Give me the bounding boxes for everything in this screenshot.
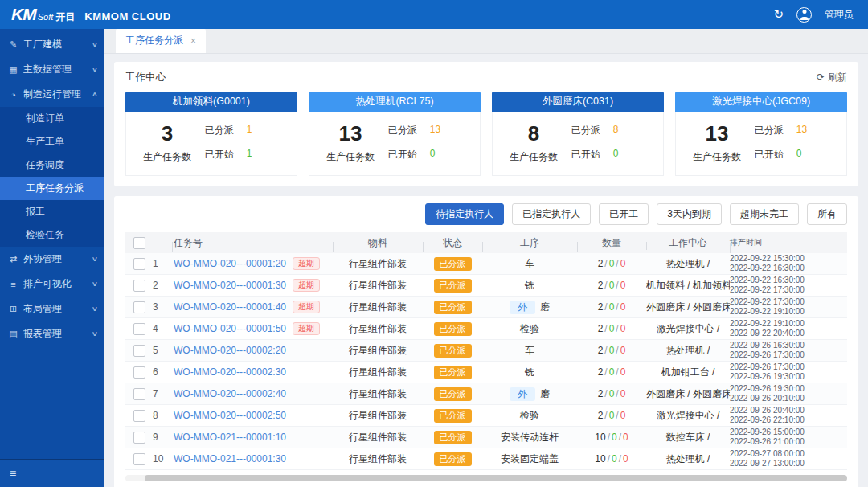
row-index: 3	[153, 301, 172, 313]
workcenter-cell: 激光焊接中心 /	[646, 322, 730, 336]
sidebar-item-inspection-task[interactable]: 检验任务	[0, 223, 104, 247]
task-no-link[interactable]: WO-MMO-020---00001:20	[174, 258, 286, 269]
sidebar-item-task-scheduling[interactable]: 任务调度	[0, 153, 104, 177]
schedule-end-time: 2022-09-26 17:30:00	[730, 350, 847, 361]
username[interactable]: 管理员	[825, 8, 854, 22]
task-count-value: 13	[679, 121, 755, 145]
brand-km: KM	[11, 5, 36, 24]
process-name: 安装固定端盖	[501, 453, 559, 464]
row-checkbox[interactable]	[133, 280, 145, 292]
schedule-time-cell: 2022-09-22 17:30:002022-09-22 19:10:00	[730, 297, 847, 317]
filter-button-all[interactable]: 所有	[807, 203, 847, 225]
sidebar-group-manufacturing-execution[interactable]: ◔制造运行管理∧	[0, 82, 104, 107]
sidebar-group-report-management[interactable]: ▤报表管理∨	[0, 321, 104, 346]
row-checkbox[interactable]	[133, 258, 145, 270]
row-select-cell	[125, 410, 153, 422]
row-index: 7	[153, 388, 172, 399]
qty-separator: /	[608, 453, 610, 464]
row-checkbox[interactable]	[133, 410, 145, 422]
qty-scrapped: 0	[620, 301, 626, 313]
sidebar-group-scheduling-visualization[interactable]: ≡排产可视化∨	[0, 272, 104, 297]
row-checkbox[interactable]	[133, 301, 145, 313]
qty-scrapped: 0	[620, 280, 626, 291]
sidebar-group-outsourcing[interactable]: ⇄外协管理∨	[0, 247, 104, 272]
row-checkbox[interactable]	[133, 432, 145, 444]
sidebar-group-label: 主数据管理	[23, 63, 88, 76]
table-row: 5WO-MMO-020---00002:20行星组件部装已分派车2/0/0热处理…	[125, 340, 847, 362]
task-no-link[interactable]: WO-MMO-020---00001:50	[174, 323, 286, 334]
filter-button-due-in-3-days[interactable]: 3天内到期	[657, 203, 722, 225]
workcenter-card-title[interactable]: 激光焊接中心(JGC09)	[675, 92, 847, 112]
task-no-link[interactable]: WO-MMO-020---00002:50	[174, 410, 286, 421]
close-icon[interactable]: ×	[190, 35, 196, 47]
row-checkbox[interactable]	[133, 345, 145, 357]
task-no-link[interactable]: WO-MMO-020---00002:30	[174, 366, 286, 378]
process-name: 磨	[540, 388, 550, 399]
schedule-start-time: 2022-09-26 15:00:00	[730, 428, 847, 438]
row-checkbox[interactable]	[133, 388, 145, 400]
row-checkbox[interactable]	[133, 366, 145, 379]
sidebar-item-process-task-dispatch[interactable]: 工序任务分派	[0, 177, 104, 200]
chevron-down-icon: ∨	[92, 41, 99, 48]
started-stat: 已开始0	[388, 148, 477, 162]
workcenter-card-title[interactable]: 外圆磨床(C031)	[492, 92, 664, 112]
quantity-cell: 10/0/0	[577, 453, 646, 464]
workcenter-card-title[interactable]: 机加领料(G0001)	[125, 92, 297, 112]
sidebar: ✎工厂建模∨▦主数据管理∨◔制造运行管理∧制造订单生产工单任务调度工序任务分派报…	[0, 29, 104, 487]
schedule-end-time: 2022-09-22 20:40:00	[730, 329, 847, 339]
card-JGC09: 激光焊接中心(JGC09)13生产任务数已分派13已开始0	[675, 92, 847, 176]
row-select-cell	[125, 301, 153, 313]
task-no-link[interactable]: WO-MMO-020---00001:30	[174, 280, 286, 291]
collapse-sidebar-icon[interactable]: ≡	[10, 467, 16, 480]
schedule-end-time: 2022-09-26 21:00:00	[730, 437, 847, 448]
task-no-link[interactable]: WO-MMO-020---00001:40	[174, 301, 286, 313]
brand-cn: 开目	[55, 10, 75, 24]
sidebar-item-production-workorder[interactable]: 生产工单	[0, 130, 104, 153]
table-row: 2WO-MMO-020---00001:30超期行星组件部装已分派铣2/0/0机…	[125, 275, 847, 297]
qty-total: 2	[598, 366, 604, 378]
filter-button-pending-assignee[interactable]: 待指定执行人	[425, 203, 504, 225]
task-no-link[interactable]: WO-MMO-021---00001:10	[174, 432, 286, 443]
sidebar-group-layout-management[interactable]: ⊞布局管理∨	[0, 297, 104, 321]
workcenter-cards: 机加领料(G0001)3生产任务数已分派1已开始1热处理机(RCL75)13生产…	[125, 92, 847, 176]
select-all-cell	[125, 237, 153, 249]
process-cell: 车	[482, 257, 577, 271]
tab-process-task-dispatch[interactable]: 工序任务分派 ×	[116, 29, 206, 53]
workcenter-cell: 热处理机 /	[646, 452, 730, 466]
row-checkbox[interactable]	[133, 323, 145, 335]
filter-button-overdue-unfinished[interactable]: 超期未完工	[730, 203, 799, 225]
row-index: 4	[153, 323, 172, 334]
started-label: 已开始	[755, 148, 784, 162]
table-row: 1WO-MMO-020---00001:20超期行星组件部装已分派车2/0/0热…	[125, 253, 847, 275]
task-no-link[interactable]: WO-MMO-020---00002:40	[174, 388, 286, 399]
pagination: 总数: 71条 ‹ 1 ›	[125, 484, 847, 487]
task-count-block: 13生产任务数	[679, 121, 755, 164]
task-no-link[interactable]: WO-MMO-021---00001:30	[174, 453, 286, 464]
workcenter-card-body: 8生产任务数已分派8已开始0	[492, 112, 664, 176]
refresh-button[interactable]: ⟳ 刷新	[817, 71, 847, 84]
schedule-start-time: 2022-09-22 19:10:00	[730, 319, 847, 329]
task-no-link[interactable]: WO-MMO-020---00002:20	[174, 345, 286, 356]
task-no-cell: WO-MMO-020---00002:20	[172, 345, 333, 356]
qty-separator: /	[604, 388, 607, 399]
workcenter-cell: 机加领料 / 机加领料	[646, 279, 730, 293]
horizontal-scrollbar-thumb[interactable]	[145, 475, 847, 481]
task-count-label: 生产任务数	[129, 150, 205, 164]
overdue-badge: 超期	[293, 257, 320, 270]
table-row: 7WO-MMO-020---00002:40行星组件部装已分派外磨2/0/0外圆…	[125, 383, 847, 405]
started-value: 0	[796, 148, 802, 162]
user-avatar-icon[interactable]	[796, 7, 812, 23]
sidebar-group-master-data[interactable]: ▦主数据管理∨	[0, 57, 104, 82]
sync-icon[interactable]: ↻	[773, 7, 784, 22]
sidebar-item-manufacturing-order[interactable]: 制造订单	[0, 107, 104, 130]
process-name: 铣	[525, 366, 534, 378]
filter-button-started[interactable]: 已开工	[599, 203, 649, 225]
row-checkbox[interactable]	[133, 453, 145, 465]
sidebar-group-factory-modeling[interactable]: ✎工厂建模∨	[0, 32, 104, 57]
sidebar-item-work-report[interactable]: 报工	[0, 200, 104, 223]
select-all-checkbox[interactable]	[133, 237, 145, 249]
filter-button-assigned-assignee[interactable]: 已指定执行人	[512, 203, 591, 225]
workcenter-card-title[interactable]: 热处理机(RCL75)	[309, 92, 481, 112]
qty-separator: /	[619, 432, 621, 443]
started-stat: 已开始0	[571, 148, 660, 162]
